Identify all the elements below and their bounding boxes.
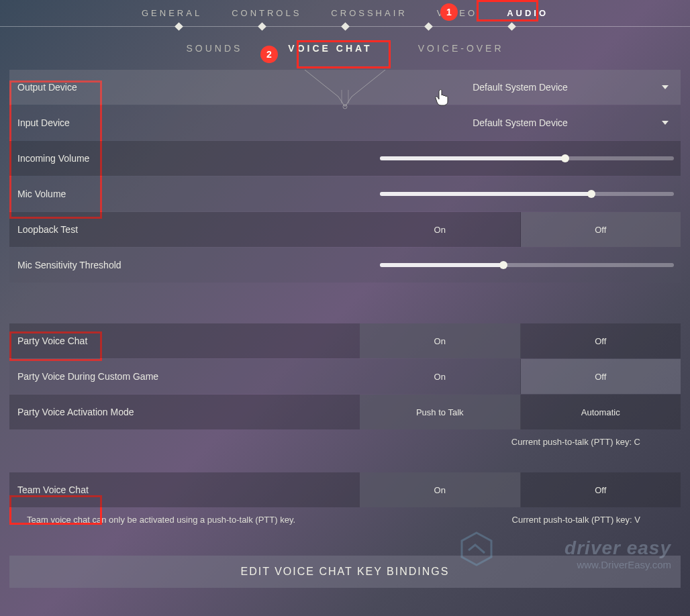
loopback-off-button[interactable]: Off (521, 212, 681, 247)
slider-mic-volume[interactable] (380, 192, 674, 196)
chevron-down-icon (662, 121, 669, 125)
label-mic-sensitivity: Mic Sensitivity Threshold (17, 260, 360, 270)
subtab-voice-chat[interactable]: VOICE CHAT (281, 39, 379, 58)
slider-mic-sensitivity[interactable] (380, 263, 674, 267)
team-note-text: Team voice chat can only be activated us… (27, 515, 295, 525)
team-ptt-text: Current push-to-talk (PTT) key: V (512, 515, 663, 525)
team-voice-on-button[interactable]: On (360, 472, 521, 507)
settings-panel: Output Device Default System Device Inpu… (0, 70, 690, 525)
party-ptt-text: Current push-to-talk (PTT) key: C (511, 437, 640, 447)
party-ptt-info: Current push-to-talk (PTT) key: C (9, 430, 681, 447)
slider-fill (380, 156, 565, 160)
row-party-voice: Party Voice Chat On Off (9, 323, 681, 358)
row-mic-volume: Mic Volume (9, 176, 681, 211)
slider-knob[interactable] (561, 154, 569, 162)
row-mic-sensitivity: Mic Sensitivity Threshold (9, 248, 681, 283)
tab-crosshair[interactable]: CROSSHAIR (327, 5, 411, 21)
label-party-custom: Party Voice During Custom Game (17, 371, 360, 382)
tab-audio[interactable]: AUDIO (503, 5, 552, 21)
callout-badge-2: 2 (260, 46, 278, 63)
dropdown-output-device[interactable]: Default System Device (360, 70, 681, 105)
slider-fill (380, 263, 503, 267)
label-party-voice: Party Voice Chat (17, 336, 360, 346)
tab-controls[interactable]: CONTROLS (228, 5, 305, 21)
top-nav: GENERAL CONTROLS CROSSHAIR VIDEO AUDIO (0, 0, 690, 27)
callout-badge-1: 1 (440, 3, 458, 21)
team-info-line: Team voice chat can only be activated us… (9, 508, 681, 525)
party-mode-auto-button[interactable]: Automatic (521, 395, 681, 429)
row-input-device: Input Device Default System Device (9, 105, 681, 140)
row-team-voice: Team Voice Chat On Off (9, 472, 681, 507)
value-output-device: Default System Device (473, 82, 568, 93)
label-party-mode: Party Voice Activation Mode (17, 407, 360, 417)
party-mode-ptt-button[interactable]: Push to Talk (360, 395, 521, 429)
subtab-voice-over[interactable]: VOICE-OVER (411, 39, 511, 58)
dropdown-input-device[interactable]: Default System Device (360, 105, 681, 140)
label-team-voice: Team Voice Chat (17, 484, 360, 495)
label-mic-volume: Mic Volume (17, 189, 360, 199)
sub-nav: SOUNDS VOICE CHAT VOICE-OVER (0, 27, 690, 70)
party-voice-off-button[interactable]: Off (521, 323, 681, 358)
row-output-device: Output Device Default System Device (9, 70, 681, 105)
row-party-mode: Party Voice Activation Mode Push to Talk… (9, 395, 681, 429)
party-voice-on-button[interactable]: On (360, 323, 521, 358)
tab-general[interactable]: GENERAL (138, 5, 206, 21)
chevron-down-icon (662, 85, 669, 89)
label-input-device: Input Device (17, 117, 360, 128)
label-output-device: Output Device (17, 82, 360, 93)
value-input-device: Default System Device (473, 117, 568, 128)
label-incoming-volume: Incoming Volume (17, 153, 360, 164)
party-custom-on-button[interactable]: On (360, 359, 521, 394)
slider-knob[interactable] (587, 190, 595, 198)
slider-fill (380, 192, 591, 196)
slider-incoming-volume[interactable] (380, 156, 674, 160)
label-loopback-test: Loopback Test (17, 224, 360, 235)
slider-knob[interactable] (499, 261, 507, 269)
row-party-custom: Party Voice During Custom Game On Off (9, 359, 681, 394)
team-voice-off-button[interactable]: Off (521, 472, 681, 507)
party-custom-off-button[interactable]: Off (521, 359, 681, 394)
row-incoming-volume: Incoming Volume (9, 141, 681, 176)
edit-key-bindings-button[interactable]: EDIT VOICE CHAT KEY BINDINGS (9, 556, 681, 588)
row-loopback-test: Loopback Test On Off (9, 212, 681, 247)
subtab-sounds[interactable]: SOUNDS (179, 39, 249, 58)
loopback-on-button[interactable]: On (360, 212, 521, 247)
